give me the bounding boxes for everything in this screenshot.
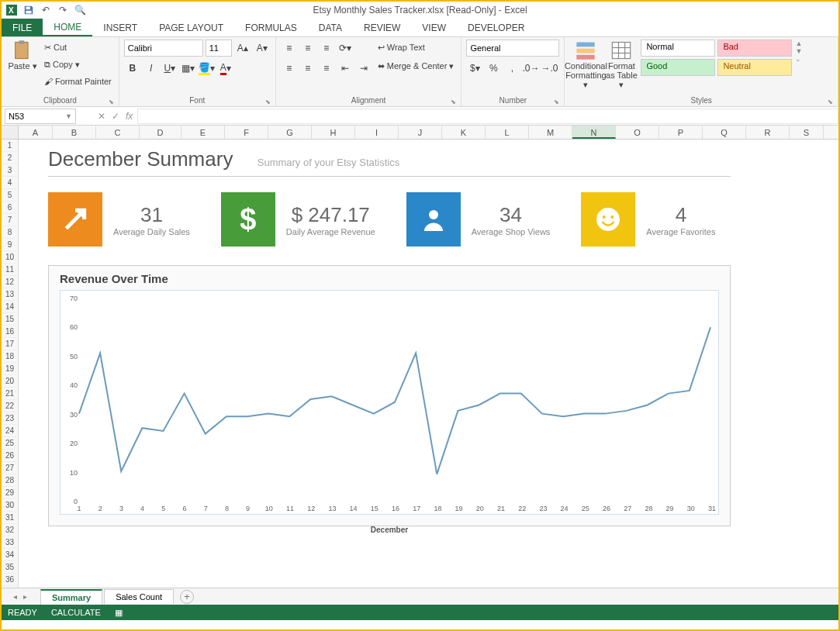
row-header-1[interactable]: 1 <box>2 140 18 152</box>
row-header-15[interactable]: 15 <box>2 313 18 326</box>
cell-style-good[interactable]: Good <box>641 59 715 76</box>
wrap-text-button[interactable]: ↩Wrap Text <box>375 40 457 55</box>
undo-icon[interactable]: ↶ <box>39 3 53 17</box>
row-header-14[interactable]: 14 <box>2 301 18 313</box>
row-header-10[interactable]: 10 <box>2 251 18 264</box>
row-header-6[interactable]: 6 <box>2 202 18 214</box>
styles-scroll-up-icon[interactable]: ▲ <box>795 40 802 47</box>
file-tab[interactable]: FILE <box>2 19 43 36</box>
preview-icon[interactable]: 🔍 <box>73 3 87 17</box>
column-header-J[interactable]: J <box>399 126 442 139</box>
row-header-33[interactable]: 33 <box>2 536 18 549</box>
name-box[interactable]: N53▼ <box>5 109 76 124</box>
row-header-16[interactable]: 16 <box>2 326 18 338</box>
tab-home[interactable]: HOME <box>43 19 92 36</box>
sheet-tab-summary[interactable]: Summary <box>40 589 102 605</box>
column-header-Q[interactable]: Q <box>703 126 746 139</box>
row-header-20[interactable]: 20 <box>2 375 18 388</box>
border-button[interactable]: ▦▾ <box>180 60 197 77</box>
confirm-formula-icon[interactable]: ✓ <box>112 111 119 122</box>
column-header-G[interactable]: G <box>268 126 312 139</box>
styles-scroll-down-icon[interactable]: ▼ <box>795 47 802 55</box>
row-header-8[interactable]: 8 <box>2 226 18 239</box>
row-header-7[interactable]: 7 <box>2 214 18 226</box>
redo-icon[interactable]: ↷ <box>56 3 70 17</box>
styles-more-icon[interactable]: ⌄ <box>795 55 802 63</box>
tab-developer[interactable]: DEVELOPER <box>457 19 535 36</box>
row-header-25[interactable]: 25 <box>2 437 18 450</box>
macro-record-icon[interactable]: ▦ <box>115 608 123 618</box>
align-top-icon[interactable]: ≡ <box>281 40 298 57</box>
tab-data[interactable]: DATA <box>308 19 353 36</box>
merge-center-button[interactable]: ⬌Merge & Center ▾ <box>375 58 457 74</box>
row-header-5[interactable]: 5 <box>2 189 18 202</box>
row-header-32[interactable]: 32 <box>2 524 18 536</box>
add-sheet-button[interactable]: + <box>180 590 194 604</box>
copy-button[interactable]: ⧉Copy ▾ <box>42 57 114 72</box>
bold-button[interactable]: B <box>124 60 141 77</box>
cancel-formula-icon[interactable]: ✕ <box>98 111 105 122</box>
row-header-11[interactable]: 11 <box>2 264 18 276</box>
row-header-13[interactable]: 13 <box>2 288 18 301</box>
column-header-B[interactable]: B <box>53 126 96 139</box>
row-header-23[interactable]: 23 <box>2 412 18 425</box>
row-header-9[interactable]: 9 <box>2 239 18 251</box>
decrease-font-icon[interactable]: A▾ <box>254 40 271 57</box>
column-header-N[interactable]: N <box>572 126 616 139</box>
row-header-27[interactable]: 27 <box>2 462 18 474</box>
row-header-31[interactable]: 31 <box>2 512 18 524</box>
row-header-21[interactable]: 21 <box>2 388 18 400</box>
row-header-2[interactable]: 2 <box>2 152 18 164</box>
italic-button[interactable]: I <box>143 60 160 77</box>
sheet-tab-sales-count[interactable]: Sales Count <box>104 589 174 604</box>
cell-style-normal[interactable]: Normal <box>641 40 715 57</box>
row-header-17[interactable]: 17 <box>2 338 18 350</box>
comma-format-icon[interactable]: , <box>503 60 520 77</box>
align-middle-icon[interactable]: ≡ <box>299 40 316 57</box>
column-header-K[interactable]: K <box>442 126 486 139</box>
formula-input[interactable] <box>137 109 838 124</box>
row-header-35[interactable]: 35 <box>2 561 18 574</box>
cell-style-bad[interactable]: Bad <box>717 40 792 57</box>
number-format-select[interactable] <box>466 40 559 57</box>
column-header-S[interactable]: S <box>790 126 824 139</box>
row-header-28[interactable]: 28 <box>2 474 18 487</box>
decrease-decimal-icon[interactable]: →.0 <box>541 60 558 77</box>
row-header-36[interactable]: 36 <box>2 574 18 586</box>
tab-formulas[interactable]: FORMULAS <box>234 19 308 36</box>
align-center-icon[interactable]: ≡ <box>299 60 316 77</box>
fill-color-button[interactable]: 🪣▾ <box>199 60 216 77</box>
indent-increase-icon[interactable]: ⇥ <box>355 60 372 77</box>
column-header-A[interactable]: A <box>19 126 53 139</box>
row-header-22[interactable]: 22 <box>2 400 18 412</box>
row-header-30[interactable]: 30 <box>2 499 18 512</box>
font-name-select[interactable] <box>124 40 203 57</box>
row-header-18[interactable]: 18 <box>2 350 18 363</box>
tab-insert[interactable]: INSERT <box>92 19 148 36</box>
sheet-nav-first-icon[interactable]: ◂ <box>11 592 19 601</box>
fx-icon[interactable]: fx <box>126 111 133 122</box>
cut-button[interactable]: ✂Cut <box>42 40 114 55</box>
column-header-R[interactable]: R <box>746 126 790 139</box>
align-left-icon[interactable]: ≡ <box>281 60 298 77</box>
align-right-icon[interactable]: ≡ <box>318 60 335 77</box>
increase-font-icon[interactable]: A▴ <box>234 40 251 57</box>
align-bottom-icon[interactable]: ≡ <box>318 40 335 57</box>
tab-review[interactable]: REVIEW <box>353 19 411 36</box>
row-header-12[interactable]: 12 <box>2 276 18 288</box>
cell-style-neutral[interactable]: Neutral <box>717 59 792 76</box>
column-header-C[interactable]: C <box>96 126 140 139</box>
tab-view[interactable]: VIEW <box>411 19 457 36</box>
accounting-format-icon[interactable]: $▾ <box>466 60 483 77</box>
row-header-3[interactable]: 3 <box>2 164 18 177</box>
column-header-L[interactable]: L <box>486 126 529 139</box>
format-painter-button[interactable]: 🖌Format Painter <box>42 74 114 89</box>
column-header-D[interactable]: D <box>140 126 181 139</box>
format-as-table-button[interactable]: Format as Table ▾ <box>605 40 638 89</box>
select-all-corner[interactable] <box>2 126 19 139</box>
increase-decimal-icon[interactable]: .0→ <box>522 60 539 77</box>
underline-button[interactable]: U▾ <box>161 60 178 77</box>
indent-decrease-icon[interactable]: ⇤ <box>337 60 354 77</box>
paste-button[interactable]: Paste ▾ <box>6 40 39 71</box>
conditional-formatting-button[interactable]: Conditional Formatting ▾ <box>569 40 602 89</box>
